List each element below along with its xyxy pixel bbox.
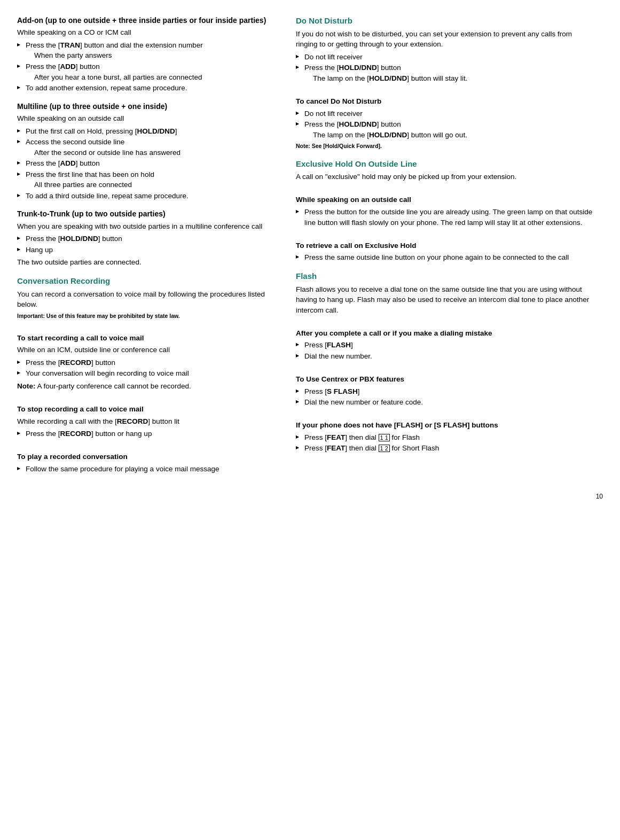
start-rec-title: To start recording a call to voice mail xyxy=(17,333,279,344)
play-rec-title: To play a recorded conversation xyxy=(17,452,279,462)
dnd-title: Do Not Disturb xyxy=(296,15,595,27)
addon-title: Add-on (up to one outside + three inside… xyxy=(17,15,279,26)
centrex-list: Press [S FLASH] Dial the new number or f… xyxy=(296,386,595,408)
section-addon: Add-on (up to one outside + three inside… xyxy=(17,15,279,94)
retrieve-exclusive-title: To retrieve a call on Exclusive Hold xyxy=(296,240,595,251)
list-item: Do not lift receiver xyxy=(296,108,595,119)
trunk-body1: When you are speaking with two outside p… xyxy=(17,221,279,232)
no-flash-list: Press [FEAT] then dial 1 1 for Flash Pre… xyxy=(296,432,595,454)
flash-title: Flash xyxy=(296,270,595,282)
list-item: To add a third outside line, repeat same… xyxy=(17,191,279,201)
convrec-body: You can record a conversation to voice m… xyxy=(17,289,279,310)
cancel-dnd-list: Do not lift receiver Press the [HOLD/DND… xyxy=(296,108,595,141)
list-item: Dial the new number. xyxy=(296,351,595,362)
list-item: Do not lift receiver xyxy=(296,52,595,63)
start-rec-list: Press the [RECORD] button Your conversat… xyxy=(17,357,279,379)
after-complete-list: Press [FLASH] Dial the new number. xyxy=(296,340,595,361)
list-item: Dial the new number or feature code. xyxy=(296,397,595,408)
list-item: Your conversation will begin recording t… xyxy=(17,368,279,379)
section-trunk: Trunk-to-Trunk (up to two outside partie… xyxy=(17,208,279,268)
list-item: To add another extension, repeat same pr… xyxy=(17,83,279,94)
trunk-title: Trunk-to-Trunk (up to two outside partie… xyxy=(17,208,279,219)
stop-rec-list: Press the [RECORD] button or hang up xyxy=(17,429,279,439)
centrex-title: To Use Centrex or PBX features xyxy=(296,374,595,385)
stop-rec-body: While recording a call with the [RECORD]… xyxy=(17,416,279,427)
dnd-body: If you do not wish to be disturbed, you … xyxy=(296,29,595,50)
retrieve-exclusive-list: Press the same outside line button on yo… xyxy=(296,252,595,263)
left-column: Add-on (up to one outside + three inside… xyxy=(17,15,279,481)
list-item: Press [S FLASH] xyxy=(296,386,595,397)
list-item: Press [FEAT] then dial 1 2 for Short Fla… xyxy=(296,443,595,454)
list-item: Press the [ADD] buttonAfter you hear a t… xyxy=(17,61,279,82)
trunk-list: Press the [HOLD/DND] button Hang up xyxy=(17,234,279,255)
while-speaking-list: Press the button for the outside line yo… xyxy=(296,207,595,228)
stop-rec-title: To stop recording a call to voice mail xyxy=(17,404,279,415)
list-item: Follow the same procedure for playing a … xyxy=(17,464,279,475)
no-flash-title: If your phone does not have [FLASH] or [… xyxy=(296,420,595,431)
dnd-note: Note: See [Hold/Quick Forward]. xyxy=(296,142,595,150)
list-item: Press [FLASH] xyxy=(296,340,595,351)
section-conversation-recording: Conversation Recording You can record a … xyxy=(17,275,279,474)
section-flash: Flash Flash allows you to receive a dial… xyxy=(296,270,595,454)
section-multiline: Multiline (up to three outside + one ins… xyxy=(17,101,279,201)
main-layout: Add-on (up to one outside + three inside… xyxy=(17,15,603,481)
list-item: Press [FEAT] then dial 1 1 for Flash xyxy=(296,432,595,443)
convrec-note: Important: Use of this feature may be pr… xyxy=(17,312,279,320)
list-item: Press the [ADD] button xyxy=(17,158,279,169)
section-dnd: Do Not Disturb If you do not wish to be … xyxy=(296,15,595,151)
list-item: Hang up xyxy=(17,245,279,255)
start-rec-note: Note: A four-party conference call canno… xyxy=(17,381,279,392)
exclusive-hold-title: Exclusive Hold On Outside Line xyxy=(296,158,595,170)
list-item: Press the [TRAN] button and dial the ext… xyxy=(17,40,279,61)
addon-list: Press the [TRAN] button and dial the ext… xyxy=(17,40,279,94)
convrec-title: Conversation Recording xyxy=(17,275,279,287)
list-item: Press the same outside line button on yo… xyxy=(296,252,595,263)
list-item: Press the [HOLD/DND] button xyxy=(17,234,279,244)
play-rec-list: Follow the same procedure for playing a … xyxy=(17,464,279,475)
while-speaking-title: While speaking on an outside call xyxy=(296,195,595,205)
start-rec-body: While on an ICM, outside line or confere… xyxy=(17,345,279,355)
list-item: Press the button for the outside line yo… xyxy=(296,207,595,228)
multiline-title: Multiline (up to three outside + one ins… xyxy=(17,101,279,112)
right-column: Do Not Disturb If you do not wish to be … xyxy=(296,15,595,481)
after-complete-title: After you complete a call or if you make… xyxy=(296,328,595,339)
cancel-dnd-title: To cancel Do Not Disturb xyxy=(296,96,595,107)
list-item: Access the second outside lineAfter the … xyxy=(17,137,279,158)
exclusive-hold-body: A call on "exclusive" hold may only be p… xyxy=(296,172,595,182)
addon-body1: While speaking on a CO or ICM call xyxy=(17,27,279,38)
list-item: Press the [RECORD] button or hang up xyxy=(17,429,279,439)
page-number: 10 xyxy=(17,492,603,501)
flash-body: Flash allows you to receive a dial tone … xyxy=(296,284,595,316)
multiline-list: Put the first call on Hold, pressing [HO… xyxy=(17,126,279,201)
section-exclusive-hold: Exclusive Hold On Outside Line A call on… xyxy=(296,158,595,263)
list-item: Press the [RECORD] button xyxy=(17,357,279,368)
list-item: Press the [HOLD/DND] buttonThe lamp on t… xyxy=(296,63,595,83)
dnd-list: Do not lift receiver Press the [HOLD/DND… xyxy=(296,52,595,84)
list-item: Press the first line that has been on ho… xyxy=(17,169,279,190)
trunk-body2: The two outside parties are connected. xyxy=(17,257,279,268)
multiline-body: While speaking on an outside call xyxy=(17,113,279,124)
list-item: Put the first call on Hold, pressing [HO… xyxy=(17,126,279,137)
list-item: Press the [HOLD/DND] buttonThe lamp on t… xyxy=(296,119,595,140)
